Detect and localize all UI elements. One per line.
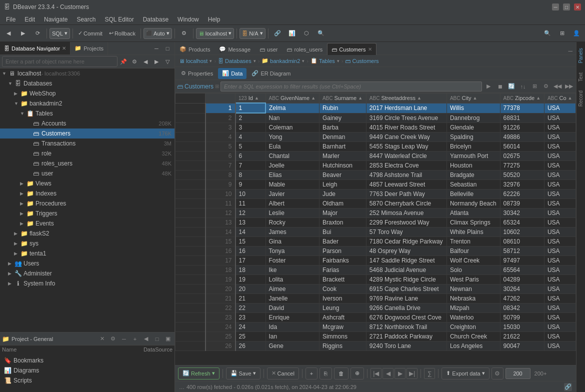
menu-item-search[interactable]: Search xyxy=(72,15,100,24)
toolbar-btn-c[interactable]: ⬡ xyxy=(300,27,313,40)
cell-zip[interactable]: 58712 xyxy=(500,246,544,256)
tab-close-icon[interactable]: ✕ xyxy=(368,46,372,52)
menu-item-window[interactable]: Window xyxy=(174,15,203,24)
breadcrumb-expand-arrow[interactable]: ▾ xyxy=(337,58,340,64)
cell-id[interactable]: 23 xyxy=(236,313,266,322)
tree-search-input[interactable] xyxy=(2,56,118,67)
table-row[interactable]: 22 22 David Leung 9266 Canella Drive Miz… xyxy=(176,304,576,313)
cell-city[interactable]: Climax Springs xyxy=(446,218,500,228)
maximize-button[interactable]: □ xyxy=(563,4,570,10)
cell-id[interactable]: 13 xyxy=(236,218,266,228)
cell-givenname[interactable]: David xyxy=(266,304,319,313)
cell-zip[interactable]: 04289 xyxy=(500,275,544,284)
cell-street[interactable]: 3169 Circle Trees Avenue xyxy=(366,113,446,123)
menu-item-help[interactable]: Help xyxy=(204,15,224,24)
panel-restore-button[interactable]: □ xyxy=(162,44,172,54)
right-tab-message[interactable]: 💬Message xyxy=(214,43,255,55)
cell-city[interactable]: Spalding xyxy=(446,132,500,142)
cell-givenname[interactable]: Tonya xyxy=(266,246,319,256)
filter-nav-prev[interactable]: ◀◀ xyxy=(552,82,562,92)
cell-street[interactable]: 5455 Stags Leap Way xyxy=(366,142,446,152)
row-duplicate-button[interactable]: ⊕ xyxy=(350,368,364,380)
cell-id[interactable]: 18 xyxy=(236,266,266,275)
cell-street[interactable]: 2853 Electra Cove xyxy=(366,161,446,170)
tab-db-navigator[interactable]: 🗄 Database Navigator ✕ xyxy=(0,42,70,54)
na-dropdown[interactable]: 🗄 N/A ▾ xyxy=(240,28,265,39)
commit-button[interactable]: ✓ Commit xyxy=(76,27,105,40)
nav-btn-1[interactable]: 📌 xyxy=(118,56,128,66)
cell-country[interactable]: USA xyxy=(544,113,576,123)
table-row[interactable]: 5 5 Eula Barnhart 5455 Stags Leap Way Br… xyxy=(176,142,576,152)
cell-givenname[interactable]: Gene xyxy=(266,342,319,351)
cell-country[interactable]: USA xyxy=(544,332,576,342)
cell-country[interactable]: USA xyxy=(544,152,576,161)
cell-givenname[interactable]: Joelle xyxy=(266,161,319,170)
cell-surname[interactable]: Denman xyxy=(319,132,366,142)
col-givenname-header[interactable]: ABC GivenName ▲ xyxy=(266,94,319,104)
table-row[interactable]: 18 18 Ike Farias 5468 Judicial Avenue So… xyxy=(176,266,576,275)
forward-button[interactable]: ▶ xyxy=(16,27,30,40)
cell-id[interactable]: 21 xyxy=(236,294,266,304)
cell-zip[interactable]: 90047 xyxy=(500,342,544,351)
cell-surname[interactable]: Parson xyxy=(319,246,366,256)
menu-item-sql editor[interactable]: SQL Editor xyxy=(100,15,138,24)
filter-group-button[interactable]: ⊞ xyxy=(530,82,540,92)
filter-settings-button[interactable]: ⚙ xyxy=(541,82,551,92)
cell-country[interactable]: USA xyxy=(544,342,576,351)
filter-clear-button[interactable]: 🔄 xyxy=(506,82,516,92)
cell-city[interactable]: Houston xyxy=(446,161,500,170)
project-item[interactable]: 📜Scripts xyxy=(4,376,170,386)
table-row[interactable]: 25 25 Ian Simmons 2721 Paddock Parkway C… xyxy=(176,332,576,342)
project-settings-button[interactable]: ⚙ xyxy=(108,334,118,344)
cell-city[interactable]: Newnan xyxy=(446,284,500,294)
cell-id[interactable]: 3 xyxy=(236,123,266,132)
cell-givenname[interactable]: Elias xyxy=(266,170,319,180)
tree-item[interactable]: ▶📁Views xyxy=(0,178,174,188)
cell-id[interactable]: 22 xyxy=(236,304,266,313)
cell-country[interactable]: USA xyxy=(544,228,576,237)
cell-street[interactable]: 2299 Forestwood Way xyxy=(366,218,446,228)
search-button[interactable]: 🔍 xyxy=(541,27,554,40)
cell-zip[interactable]: 30264 xyxy=(500,284,544,294)
cell-street[interactable]: 2721 Paddock Parkway xyxy=(366,332,446,342)
table-row[interactable]: 24 24 Ida Mcgraw 8712 Northbrook Trail C… xyxy=(176,322,576,332)
cell-street[interactable]: 5468 Judicial Avenue xyxy=(366,266,446,275)
cell-street[interactable]: 4798 Ashstone Trail xyxy=(366,170,446,180)
breadcrumb-item-tables[interactable]: 📋Tables xyxy=(310,58,335,64)
filter-stop-button[interactable]: ⏹ xyxy=(495,82,505,92)
tree-item[interactable]: 🗃role32K xyxy=(0,148,174,158)
cell-city[interactable]: Balfour xyxy=(446,246,500,256)
tree-item[interactable]: ▼🗄Databases xyxy=(0,78,174,88)
cell-surname[interactable]: Oldham xyxy=(319,199,366,208)
table-row[interactable]: 12 12 Leslie Major 252 Mimosa Avenue Atl… xyxy=(176,208,576,218)
cell-id[interactable]: 15 xyxy=(236,237,266,246)
tree-item[interactable]: ▼📁bankadmin2 xyxy=(0,98,174,108)
table-row[interactable]: 21 21 Janelle Iverson 9769 Ravine Lane N… xyxy=(176,294,576,304)
cell-givenname[interactable]: Ian xyxy=(266,332,319,342)
cell-street[interactable]: 4015 River Roads Street xyxy=(366,123,446,132)
cell-surname[interactable]: Braxton xyxy=(319,218,366,228)
cell-street[interactable]: 9769 Ravine Lane xyxy=(366,294,446,304)
cell-street[interactable]: 8712 Northbrook Trail xyxy=(366,322,446,332)
cell-surname[interactable]: Barba xyxy=(319,123,366,132)
cell-zip[interactable]: 50520 xyxy=(500,170,544,180)
col-city-header[interactable]: ABC City ▲ xyxy=(446,94,500,104)
right-tab-roles-users[interactable]: 🗃roles_users xyxy=(282,43,327,55)
cell-givenname[interactable]: Gina xyxy=(266,237,319,246)
cell-id[interactable]: 12 xyxy=(236,208,266,218)
tree-item[interactable]: ▶📁Procedures xyxy=(0,198,174,208)
cell-id[interactable]: 11 xyxy=(236,199,266,208)
cell-country[interactable]: USA xyxy=(544,218,576,228)
table-row[interactable]: 6 6 Chantal Marler 8447 Waterleaf Circle… xyxy=(176,152,576,161)
col-street-header[interactable]: ABC Streetaddress ▲ xyxy=(366,94,446,104)
cell-city[interactable]: Los Angeles xyxy=(446,342,500,351)
cell-surname[interactable]: Fairbanks xyxy=(319,256,366,266)
localhost-dropdown[interactable]: 🖥 localhost ▾ xyxy=(196,28,234,39)
cell-id[interactable]: 14 xyxy=(236,228,266,237)
cell-surname[interactable]: Leung xyxy=(319,304,366,313)
cell-id[interactable]: 6 xyxy=(236,152,266,161)
cell-country[interactable]: USA xyxy=(544,313,576,322)
cell-city[interactable]: Mizpah xyxy=(446,304,500,313)
cell-country[interactable]: USA xyxy=(544,142,576,152)
cell-zip[interactable]: 77378 xyxy=(500,103,544,113)
